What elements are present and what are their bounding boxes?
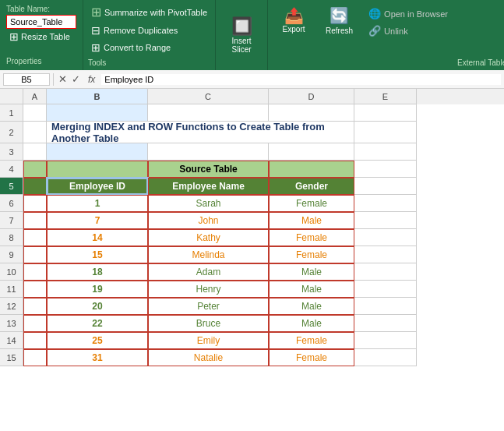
table-row: 4 Source Table — [0, 161, 504, 178]
cell-d1[interactable] — [269, 104, 354, 122]
cell-d10[interactable]: Male — [269, 263, 354, 281]
cell-b6[interactable]: 1 — [47, 195, 148, 212]
row-num-13: 13 — [0, 315, 23, 332]
cell-e5[interactable] — [354, 178, 417, 195]
cell-e3[interactable] — [354, 143, 417, 161]
table-row: 5 Employee ID Employee Name Gender — [0, 178, 504, 195]
cell-d14[interactable]: Female — [269, 332, 354, 349]
cell-b3[interactable] — [47, 143, 148, 161]
cell-e13[interactable] — [354, 315, 417, 332]
cell-c9[interactable]: Melinda — [148, 246, 269, 263]
cell-a13[interactable] — [23, 315, 47, 332]
cell-e11[interactable] — [354, 281, 417, 298]
cell-b1[interactable] — [47, 104, 148, 122]
cell-c8[interactable]: Kathy — [148, 229, 269, 246]
cell-e2[interactable] — [354, 122, 417, 143]
insert-slicer-button[interactable]: 🔲 InsertSlicer — [222, 13, 261, 57]
cell-e8[interactable] — [354, 229, 417, 246]
remove-duplicates-button[interactable]: ⊟ Remove Duplicates — [88, 23, 210, 38]
cell-e14[interactable] — [354, 332, 417, 349]
cell-c13[interactable]: Bruce — [148, 315, 269, 332]
cell-a10[interactable] — [23, 263, 47, 281]
cell-b2-title[interactable]: Merging INDEX and ROW Functions to Creat… — [47, 122, 354, 143]
cell-b10[interactable]: 18 — [47, 263, 148, 281]
cell-c12[interactable]: Peter — [148, 298, 269, 315]
cell-c4[interactable]: Source Table — [148, 161, 269, 178]
cell-d9[interactable]: Female — [269, 246, 354, 263]
cell-b4[interactable] — [47, 161, 148, 178]
cell-d8[interactable]: Female — [269, 229, 354, 246]
cell-c14[interactable]: Emily — [148, 332, 269, 349]
cell-d7[interactable]: Male — [269, 212, 354, 229]
cell-c3[interactable] — [148, 143, 269, 161]
slicer-section: 🔲 InsertSlicer — [216, 0, 268, 70]
cell-d11[interactable]: Male — [269, 281, 354, 298]
col-header-a[interactable]: A — [23, 89, 47, 104]
cell-e9[interactable] — [354, 246, 417, 263]
cell-d5-header[interactable]: Gender — [269, 178, 354, 195]
cell-e1[interactable] — [354, 104, 417, 122]
row-num-10: 10 — [0, 263, 23, 281]
cell-b5-header[interactable]: Employee ID — [47, 178, 148, 195]
cell-a7[interactable] — [23, 212, 47, 229]
cell-b13[interactable]: 22 — [47, 315, 148, 332]
cell-a14[interactable] — [23, 332, 47, 349]
cell-e4[interactable] — [354, 161, 417, 178]
cell-a6[interactable] — [23, 195, 47, 212]
cell-b7[interactable]: 7 — [47, 212, 148, 229]
confirm-formula-button[interactable]: ✓ — [70, 73, 82, 85]
resize-table-button[interactable]: ⊞ Resize Table — [6, 29, 76, 44]
cell-d15[interactable]: Female — [269, 349, 354, 366]
cell-d3[interactable] — [269, 143, 354, 161]
cell-b9[interactable]: 15 — [47, 246, 148, 263]
cell-c15[interactable]: Natalie — [148, 349, 269, 366]
unlink-button[interactable]: 🔗 Unlink — [365, 23, 451, 38]
cell-c11[interactable]: Henry — [148, 281, 269, 298]
cell-b14[interactable]: 25 — [47, 332, 148, 349]
table-row: 6 1 Sarah Female — [0, 195, 504, 212]
cell-c10[interactable]: Adam — [148, 263, 269, 281]
pivot-table-button[interactable]: ⊞ Summarize with PivotTable — [88, 3, 210, 21]
cell-b15[interactable]: 31 — [47, 349, 148, 366]
cell-a12[interactable] — [23, 298, 47, 315]
cell-c5-header[interactable]: Employee Name — [148, 178, 269, 195]
col-header-d[interactable]: D — [269, 89, 354, 104]
cell-b8[interactable]: 14 — [47, 229, 148, 246]
cell-e10[interactable] — [354, 263, 417, 281]
cell-b11[interactable]: 19 — [47, 281, 148, 298]
col-header-b[interactable]: B — [47, 89, 148, 104]
cell-e7[interactable] — [354, 212, 417, 229]
formula-input[interactable] — [101, 74, 501, 85]
cell-a2[interactable] — [23, 122, 47, 143]
refresh-button[interactable]: 🔄 Refresh — [319, 3, 359, 38]
export-button[interactable]: 📤 Export — [274, 3, 313, 37]
cell-a9[interactable] — [23, 246, 47, 263]
slicer-icon: 🔲 — [231, 16, 252, 37]
table-row: 2 Merging INDEX and ROW Functions to Cre… — [0, 122, 504, 143]
cell-c7[interactable]: John — [148, 212, 269, 229]
cell-reference-box[interactable] — [3, 73, 50, 86]
cell-a3[interactable] — [23, 143, 47, 161]
cell-d13[interactable]: Male — [269, 315, 354, 332]
cell-c1[interactable] — [148, 104, 269, 122]
cell-e6[interactable] — [354, 195, 417, 212]
cancel-formula-button[interactable]: ✕ — [57, 73, 69, 85]
cell-a1[interactable] — [23, 104, 47, 122]
cell-c6[interactable]: Sarah — [148, 195, 269, 212]
cell-d4[interactable] — [269, 161, 354, 178]
col-header-c[interactable]: C — [148, 89, 269, 104]
open-in-browser-button[interactable]: 🌐 Open in Browser — [365, 6, 451, 21]
cell-a8[interactable] — [23, 229, 47, 246]
cell-a15[interactable] — [23, 349, 47, 366]
cell-e12[interactable] — [354, 298, 417, 315]
cell-d12[interactable]: Male — [269, 298, 354, 315]
cell-b12[interactable]: 20 — [47, 298, 148, 315]
cell-e15[interactable] — [354, 349, 417, 366]
cell-d6[interactable]: Female — [269, 195, 354, 212]
convert-to-range-button[interactable]: ⊞ Convert to Range — [88, 40, 210, 55]
table-name-input[interactable] — [6, 15, 76, 29]
cell-a4[interactable] — [23, 161, 47, 178]
cell-a11[interactable] — [23, 281, 47, 298]
cell-a5[interactable] — [23, 178, 47, 195]
col-header-e[interactable]: E — [354, 89, 417, 104]
